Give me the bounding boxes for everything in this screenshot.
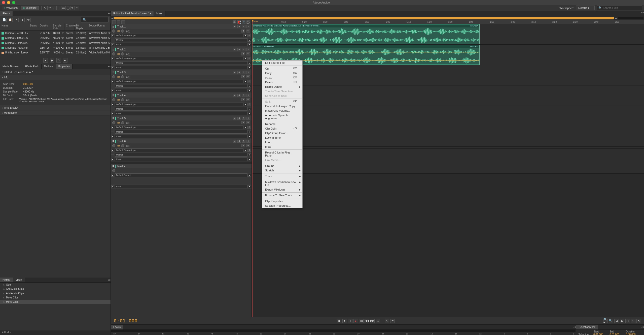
solo-button[interactable]: S <box>237 94 241 97</box>
track-name-label[interactable]: Track 1 <box>117 25 126 28</box>
mute-button[interactable]: M <box>233 117 236 120</box>
gain-value[interactable]: +0 <box>117 53 120 55</box>
output-expand[interactable] <box>111 132 114 132</box>
output-expand[interactable]: ▸ <box>111 174 114 177</box>
automation-mode-dropdown[interactable]: Read <box>115 135 247 138</box>
track-output-dropdown[interactable]: Master <box>115 84 247 88</box>
track-output-dropdown[interactable]: Master <box>115 38 247 42</box>
fx-button[interactable]: ↯ <box>241 98 245 101</box>
track-output-dropdown[interactable]: Master <box>115 61 247 65</box>
send-button[interactable]: ↪ <box>246 29 250 33</box>
track-name-label[interactable]: Track 3 <box>117 71 126 74</box>
monitor-button[interactable]: I <box>246 140 250 143</box>
input-mono-button[interactable]: ⊘ <box>247 149 251 152</box>
next-button[interactable]: ▶▶ <box>370 319 375 323</box>
context-menu-item[interactable]: Automatic Speech Alignment... <box>262 113 302 120</box>
audio-clip[interactable]: Cinematic Piano Audio Extracted Audio Ex… <box>252 24 480 44</box>
waveform-mode-button[interactable]: ⫴ Waveform <box>2 6 20 10</box>
context-menu-item[interactable]: Convert To Unique Copy <box>262 104 302 108</box>
properties-panel-menu[interactable]: ▾≡ <box>108 65 111 68</box>
automation-expand[interactable]: ▸ <box>111 66 114 69</box>
preview-autoplay-button[interactable]: ▶| <box>63 58 67 63</box>
automation-mode-dropdown[interactable]: Read <box>115 158 247 161</box>
record-button[interactable]: ● <box>353 319 358 323</box>
files-close-button[interactable]: ✕ <box>14 18 19 22</box>
sel-start[interactable]: 0:01.000 <box>593 333 610 335</box>
context-menu-item[interactable]: Export Mixdown▸ <box>262 187 302 192</box>
zoom-fit-button[interactable]: ⊡ <box>614 319 619 323</box>
window-minimize[interactable] <box>7 1 10 4</box>
history-item[interactable]: ⎌ Move Clips <box>0 295 111 300</box>
gain-knob[interactable] <box>112 52 115 55</box>
info-section-toggle[interactable]: Info <box>0 75 111 80</box>
stop-button[interactable]: ■ <box>337 319 341 323</box>
history-item[interactable]: ⎌ Open <box>0 283 111 287</box>
multitrack-mode-button[interactable]: ≡ Multitrack <box>21 6 39 10</box>
preview-play-button[interactable]: ▶ <box>50 58 54 63</box>
track-output-dropdown[interactable]: Master <box>115 153 247 157</box>
files-panel-menu[interactable]: ▾≡ <box>108 12 111 15</box>
file-row[interactable]: Untitle...ssion 1.sesx *3:15.73748000 Hz… <box>0 50 111 55</box>
editor-tab[interactable]: Editor: Untitled Session 1.sesx * ▾ <box>111 11 154 16</box>
record-arm-button[interactable]: R <box>242 94 245 97</box>
output-expand[interactable] <box>111 40 114 40</box>
automation-expand[interactable]: ▸ <box>111 185 114 188</box>
context-menu-item[interactable]: Clip/Group Color... <box>262 131 302 135</box>
automation-expand[interactable]: ▸ <box>111 43 114 46</box>
tool-lasso-button[interactable]: ◯ <box>66 6 70 10</box>
files-new-button[interactable]: 📋 <box>8 18 13 22</box>
context-menu-item[interactable]: Ripple Delete▸ <box>262 84 302 89</box>
master-lane[interactable] <box>252 149 644 174</box>
files-import-button[interactable]: 📄 <box>2 18 7 22</box>
selection-view-tab[interactable]: Selection/View <box>576 325 598 329</box>
solo-button[interactable]: S <box>237 71 241 74</box>
mute-button[interactable]: M <box>233 25 236 28</box>
gain-value[interactable]: +0 <box>117 76 120 78</box>
media-browser-tab[interactable]: Media Browser <box>0 64 22 69</box>
track-lane[interactable] <box>252 126 644 147</box>
context-menu-item[interactable]: Clip Properties... <box>262 199 302 203</box>
gain-knob[interactable] <box>112 169 115 172</box>
gain-value[interactable]: +0 <box>117 99 120 101</box>
tool-razor-button[interactable]: ✂ <box>48 6 52 10</box>
mute-button[interactable]: M <box>233 94 236 97</box>
track-name-label[interactable]: Track 6 <box>117 140 126 143</box>
input-mono-button[interactable]: ⊘ <box>247 80 251 83</box>
track-lane[interactable]: Cinematic Piano 48000 1Volume ▾ <box>252 45 644 65</box>
fx-button[interactable]: ↯ <box>241 121 245 124</box>
track-input-dropdown[interactable]: Default Stereo Input <box>115 148 243 152</box>
horizontal-nav-scrollbar[interactable]: ◀▶ <box>111 16 644 20</box>
send-button[interactable]: ↪ <box>246 75 250 78</box>
context-menu-item[interactable]: Groups▸ <box>262 164 302 168</box>
solo-button[interactable]: S <box>237 117 241 120</box>
playhead-marker[interactable] <box>252 20 254 22</box>
tool-brush-button[interactable]: ✎ <box>70 6 75 10</box>
search-help-input[interactable]: 🔍 Search Help <box>597 6 642 10</box>
history-item[interactable]: ⎌ Move Clips <box>0 300 111 304</box>
pan-knob[interactable] <box>121 121 124 124</box>
fx-button[interactable]: ↯ <box>241 29 245 33</box>
track-input-dropdown[interactable]: Default Stereo Input <box>115 34 243 37</box>
file-row[interactable]: Cinemat... 48000 1.wav2:56.79648000 HzSt… <box>0 31 111 36</box>
automation-mode-dropdown[interactable]: Read <box>115 112 247 115</box>
video-tab[interactable]: Video <box>13 278 25 282</box>
send-button[interactable]: ↪ <box>246 121 250 124</box>
clip-volume-dropdown[interactable]: Volume ▾ <box>470 24 478 27</box>
track-name-label[interactable]: Track 5 <box>117 117 126 120</box>
sends-toggle-button[interactable] <box>117 20 120 24</box>
send-button[interactable]: ↪ <box>246 52 250 55</box>
window-close[interactable] <box>2 1 5 4</box>
input-mono-button[interactable]: ⊘ <box>247 126 251 129</box>
prev-button[interactable]: ◀◀ <box>365 319 369 323</box>
track-name-label[interactable]: Master <box>117 165 125 168</box>
context-menu-item[interactable]: Track▸ <box>262 174 302 178</box>
tool-move-button[interactable]: ↖ <box>43 6 48 10</box>
gain-knob[interactable] <box>112 121 115 124</box>
output-expand[interactable] <box>111 63 114 63</box>
track-input-dropdown[interactable]: Default Stereo Input <box>115 80 243 83</box>
monitor-button[interactable]: I <box>246 94 250 97</box>
context-menu-item[interactable]: Edit Source File <box>262 60 302 65</box>
effects-rack-tab[interactable]: Effects Rack <box>22 64 42 69</box>
context-menu-item[interactable]: Reveal Clips In Files Panel <box>262 150 302 158</box>
history-item[interactable]: ⎌ Add Audio Clips <box>0 287 111 291</box>
